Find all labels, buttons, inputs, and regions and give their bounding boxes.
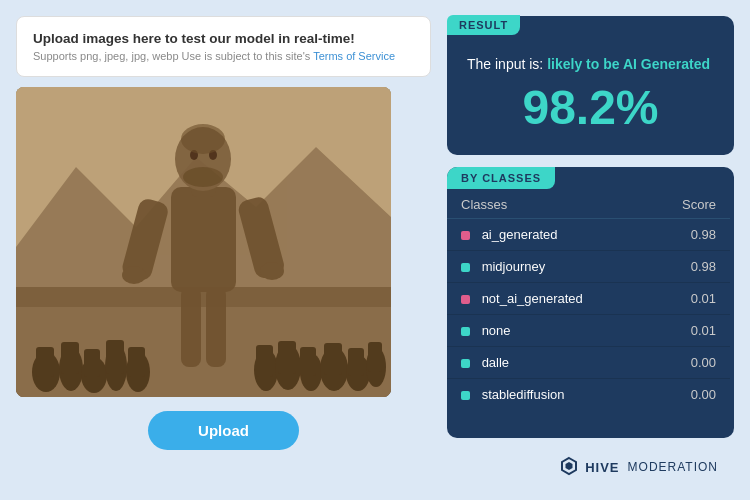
hive-moderation: MODERATION — [628, 460, 718, 474]
table-row: dalle 0.00 — [447, 347, 730, 379]
result-tag: RESULT — [447, 15, 520, 35]
hive-icon — [558, 456, 580, 478]
tos-link[interactable]: Terms of Service — [313, 50, 395, 62]
class-color-dot — [461, 391, 470, 400]
result-percentage: 98.2% — [467, 80, 714, 135]
classes-table-wrap[interactable]: Classes Score ai_generated 0.98 midjourn… — [447, 189, 734, 409]
class-color-dot — [461, 359, 470, 368]
scene-svg — [16, 87, 391, 397]
upload-hint-title: Upload images here to test our model in … — [33, 31, 414, 46]
class-score: 0.98 — [647, 219, 730, 251]
col-score: Score — [647, 189, 730, 219]
left-panel: Upload images here to test our model in … — [16, 16, 431, 484]
table-row: midjourney 0.98 — [447, 251, 730, 283]
class-label: ai_generated — [447, 219, 647, 251]
uploaded-image — [16, 87, 391, 397]
class-color-dot — [461, 263, 470, 272]
class-color-dot — [461, 295, 470, 304]
class-color-dot — [461, 327, 470, 336]
class-name: midjourney — [482, 259, 546, 274]
upload-button[interactable]: Upload — [148, 411, 299, 450]
table-row: ai_generated 0.98 — [447, 219, 730, 251]
image-placeholder — [16, 87, 391, 397]
class-score: 0.01 — [647, 283, 730, 315]
class-label: dalle — [447, 347, 647, 379]
hive-brand: HIVE — [585, 460, 619, 475]
classes-table: Classes Score ai_generated 0.98 midjourn… — [447, 189, 730, 409]
result-text: The input is: likely to be AI Generated — [467, 56, 714, 72]
class-label: midjourney — [447, 251, 647, 283]
class-name: dalle — [482, 355, 509, 370]
class-name: not_ai_generated — [482, 291, 583, 306]
class-label: not_ai_generated — [447, 283, 647, 315]
class-name: none — [482, 323, 511, 338]
col-classes: Classes — [447, 189, 647, 219]
upload-hint-subtitle: Supports png, jpeg, jpg, webp Use is sub… — [33, 50, 414, 62]
classes-card: BY CLASSES Classes Score ai_generated 0.… — [447, 167, 734, 438]
result-highlight: likely to be AI Generated — [547, 56, 710, 72]
classes-tag: BY CLASSES — [447, 167, 555, 189]
upload-hint-box: Upload images here to test our model in … — [16, 16, 431, 77]
upload-button-area: Upload — [16, 411, 431, 450]
svg-rect-40 — [16, 87, 391, 397]
result-card: RESULT The input is: likely to be AI Gen… — [447, 16, 734, 155]
svg-marker-42 — [566, 462, 573, 470]
class-label: stablediffusion — [447, 379, 647, 410]
class-name: ai_generated — [482, 227, 558, 242]
class-score: 0.98 — [647, 251, 730, 283]
class-score: 0.01 — [647, 315, 730, 347]
class-name: stablediffusion — [482, 387, 565, 402]
right-panel: RESULT The input is: likely to be AI Gen… — [447, 16, 734, 484]
class-score: 0.00 — [647, 379, 730, 410]
class-color-dot — [461, 231, 470, 240]
class-label: none — [447, 315, 647, 347]
hive-footer: HIVE MODERATION — [447, 450, 734, 484]
hive-logo: HIVE MODERATION — [558, 456, 718, 478]
class-score: 0.00 — [647, 347, 730, 379]
table-row: not_ai_generated 0.01 — [447, 283, 730, 315]
table-row: stablediffusion 0.00 — [447, 379, 730, 410]
table-row: none 0.01 — [447, 315, 730, 347]
